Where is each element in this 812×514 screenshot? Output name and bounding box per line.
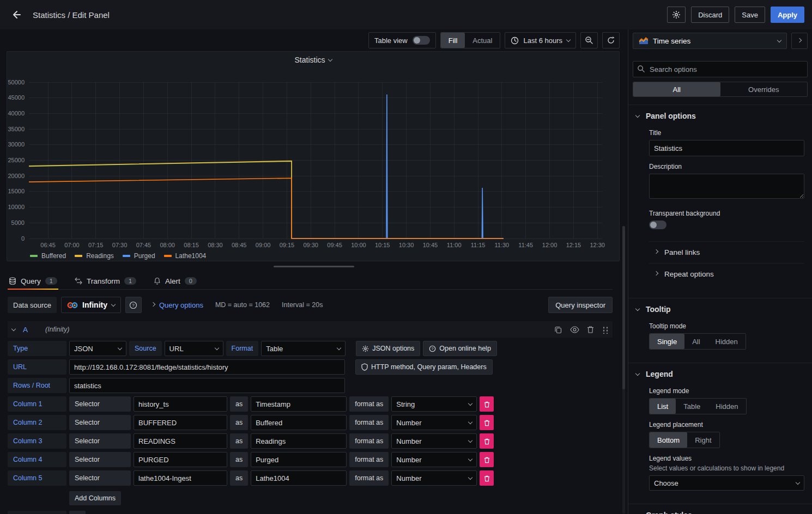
open-online-help-button[interactable]: ? Open online help bbox=[423, 341, 497, 356]
column-format-select[interactable]: Number bbox=[391, 415, 477, 430]
table-view-toggle[interactable] bbox=[413, 36, 430, 45]
source-select[interactable]: URL bbox=[165, 341, 223, 356]
legend-values-select[interactable]: Choose bbox=[649, 475, 804, 491]
delete-column-button[interactable] bbox=[480, 470, 494, 486]
panel-settings-button[interactable] bbox=[667, 7, 686, 23]
remove-query-button[interactable] bbox=[587, 326, 594, 333]
column-alias-input[interactable] bbox=[251, 415, 347, 430]
delete-column-button[interactable] bbox=[480, 452, 494, 467]
actual-option[interactable]: Actual bbox=[465, 33, 500, 48]
legend-header[interactable]: Legend bbox=[636, 370, 804, 378]
column-format-select[interactable]: Number bbox=[391, 433, 477, 449]
panel-options-header[interactable]: Panel options bbox=[636, 112, 804, 120]
options-tabs: All Overrides bbox=[633, 82, 808, 97]
collapse-options-button[interactable] bbox=[791, 33, 808, 49]
visualization-picker[interactable]: Time series bbox=[633, 33, 787, 49]
tab-overrides[interactable]: Overrides bbox=[720, 82, 808, 96]
column-format-select[interactable]: String bbox=[391, 396, 477, 412]
column-selector-input[interactable] bbox=[134, 415, 227, 430]
chevron-down-icon bbox=[468, 456, 472, 461]
chart-svg[interactable]: 0500010000150002000025000300003500040000… bbox=[7, 68, 620, 248]
tab-transform-label: Transform bbox=[87, 277, 120, 285]
tab-query[interactable]: Query 1 bbox=[8, 273, 58, 289]
tooltip-mode-single[interactable]: Single bbox=[650, 334, 684, 349]
query-editor: Query 1 Transform 1 Alert 0 bbox=[0, 273, 628, 514]
query-options-toggle[interactable]: Query options bbox=[152, 301, 203, 309]
column-label: Column 4 bbox=[8, 452, 66, 467]
back-button[interactable] bbox=[8, 6, 25, 23]
tab-transform[interactable]: Transform 1 bbox=[74, 273, 137, 289]
delete-column-button[interactable] bbox=[480, 396, 494, 412]
column-selector-input[interactable] bbox=[134, 433, 227, 449]
zoom-out-button[interactable] bbox=[580, 32, 598, 48]
graph-styles-header[interactable]: Graph styles bbox=[636, 511, 804, 514]
legend-mode-list[interactable]: List bbox=[650, 399, 676, 414]
legend-placement-bottom[interactable]: Bottom bbox=[650, 432, 687, 448]
legend-item[interactable]: Buffered bbox=[30, 252, 66, 260]
legend-item[interactable]: Lathe1004 bbox=[164, 252, 207, 260]
panel-links-row[interactable]: Panel links bbox=[649, 241, 804, 263]
duplicate-query-button[interactable] bbox=[554, 326, 562, 334]
panel-toolbar: Table view Fill Actual Last 6 hours bbox=[0, 29, 628, 51]
panel-title-input[interactable] bbox=[649, 140, 804, 156]
format-select[interactable]: Table bbox=[261, 341, 346, 356]
query-inspector-button[interactable]: Query inspector bbox=[548, 297, 613, 313]
legend-mode-table[interactable]: Table bbox=[676, 399, 708, 414]
json-options-button[interactable]: JSON options bbox=[356, 341, 420, 356]
svg-text:08:15: 08:15 bbox=[184, 242, 199, 248]
legend-item[interactable]: Purged bbox=[123, 252, 155, 260]
chevron-right-icon bbox=[654, 249, 658, 254]
column-alias-input[interactable] bbox=[251, 433, 347, 449]
chevron-down-icon bbox=[214, 345, 219, 350]
discard-button[interactable]: Discard bbox=[691, 7, 729, 23]
delete-column-button[interactable] bbox=[480, 415, 494, 430]
column-selector-input[interactable] bbox=[134, 452, 227, 467]
time-series-viz-icon bbox=[639, 37, 649, 45]
collapse-query-chevron[interactable] bbox=[11, 326, 16, 331]
column-format-value: String bbox=[396, 400, 415, 408]
rows-root-input[interactable] bbox=[69, 378, 345, 393]
panel-resize-handle[interactable] bbox=[274, 266, 354, 267]
panel-description-input[interactable] bbox=[649, 174, 804, 199]
panel-title-menu[interactable]: Statistics bbox=[7, 52, 619, 68]
apply-button[interactable]: Apply bbox=[771, 7, 804, 23]
trash-icon bbox=[484, 419, 490, 426]
fill-actual-switch: Fill Actual bbox=[440, 32, 501, 48]
tooltip-mode-hidden[interactable]: Hidden bbox=[708, 334, 746, 349]
tooltip-mode-all[interactable]: All bbox=[684, 334, 707, 349]
column-format-select[interactable]: Number bbox=[391, 470, 477, 486]
tab-all[interactable]: All bbox=[633, 82, 720, 96]
query-refid[interactable]: A bbox=[23, 326, 28, 334]
datasource-help-button[interactable]: ? bbox=[125, 297, 142, 313]
time-range-picker[interactable]: Last 6 hours bbox=[505, 32, 576, 48]
transparent-bg-toggle[interactable] bbox=[649, 221, 666, 229]
url-input[interactable] bbox=[69, 359, 345, 375]
refresh-button[interactable] bbox=[602, 32, 620, 48]
legend-item[interactable]: Readings bbox=[75, 252, 114, 260]
column-selector-input[interactable] bbox=[134, 396, 227, 412]
legend-mode-hidden[interactable]: Hidden bbox=[708, 399, 746, 414]
drag-handle[interactable] bbox=[602, 326, 608, 334]
column-alias-input[interactable] bbox=[251, 396, 347, 412]
fill-option[interactable]: Fill bbox=[441, 33, 465, 48]
http-method-button[interactable]: HTTP method, Query param, Headers bbox=[355, 359, 493, 375]
column-selector-input[interactable] bbox=[134, 470, 227, 486]
datasource-picker[interactable]: Infinity bbox=[61, 297, 121, 313]
toggle-query-visibility-button[interactable] bbox=[570, 326, 579, 333]
legend-placement-right[interactable]: Right bbox=[687, 432, 719, 448]
svg-text:12:30: 12:30 bbox=[590, 242, 605, 248]
repeat-options-row[interactable]: Repeat options bbox=[649, 263, 804, 285]
column-alias-input[interactable] bbox=[251, 452, 347, 467]
save-button[interactable]: Save bbox=[735, 7, 765, 23]
tab-alert[interactable]: Alert 0 bbox=[153, 273, 198, 289]
query-options-label: Query options bbox=[159, 301, 203, 309]
results-filter-button[interactable] bbox=[69, 511, 86, 514]
legend-values-hint: Select values or calculations to show in… bbox=[649, 464, 804, 472]
tooltip-header[interactable]: Tooltip bbox=[636, 305, 804, 314]
type-select[interactable]: JSON bbox=[69, 341, 126, 356]
add-columns-button[interactable]: Add Columns bbox=[69, 491, 121, 505]
column-format-select[interactable]: Number bbox=[391, 452, 477, 467]
delete-column-button[interactable] bbox=[480, 433, 494, 449]
column-alias-input[interactable] bbox=[251, 470, 347, 486]
search-options-input[interactable] bbox=[633, 61, 808, 77]
